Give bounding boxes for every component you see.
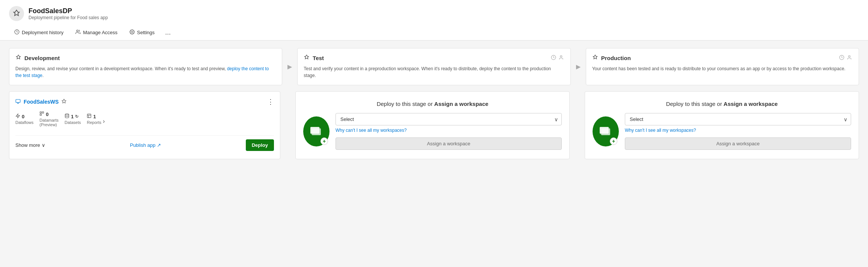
- prod-plus-badge: +: [610, 137, 617, 145]
- test-assign-title: Deploy to this stage or Assign a workspa…: [377, 101, 489, 107]
- prod-assign-workspace-bold: Assign a workspace: [724, 101, 778, 107]
- stage-test: Test Test and verify your content in a p…: [297, 48, 570, 85]
- production-workspace-link[interactable]: Why can't I see all my workspaces?: [625, 128, 851, 133]
- svg-point-1: [77, 30, 78, 32]
- production-assign-controls: Select ∨ Why can't I see all my workspac…: [625, 113, 851, 150]
- production-workspace-select[interactable]: Select: [625, 113, 851, 125]
- svg-point-2: [131, 31, 133, 33]
- stage-development: Development Design, review, and revise y…: [9, 48, 282, 85]
- workspace-name-label: FoodSalesWS: [24, 99, 59, 105]
- reports-label: Reports: [87, 120, 101, 125]
- arrow-dev-to-test: ▶: [282, 48, 297, 85]
- nav-more-label: ...: [165, 29, 171, 36]
- test-assign-controls: Select ∨ Why can't I see all my workspac…: [335, 113, 562, 150]
- stat-dataflows: 0 Dataflows: [15, 113, 33, 125]
- dataflows-label: Dataflows: [15, 120, 33, 125]
- svg-rect-22: [601, 128, 610, 135]
- workspace-development-card: FoodSalesWS ⋮ 0: [9, 91, 280, 159]
- stage-test-desc: Test and verify your content in a prepro…: [304, 65, 564, 79]
- test-history-icon[interactable]: [551, 55, 556, 61]
- workspace-stats-container: 0 Dataflows 0 Datamarts(Preview): [15, 111, 274, 131]
- prod-deploy-text: Deploy: [666, 101, 685, 107]
- datamarts-label: Datamarts(Preview): [39, 118, 59, 127]
- deploy-button[interactable]: Deploy: [246, 139, 274, 151]
- reports-count: 1: [93, 114, 96, 119]
- arrow-right-icon: ▶: [287, 63, 292, 70]
- test-assign-workspace-button[interactable]: Assign a workspace: [335, 137, 562, 150]
- main-content: Development Design, review, and revise y…: [0, 41, 868, 167]
- stage-production-title: Production: [592, 54, 631, 62]
- svg-rect-19: [312, 128, 321, 135]
- stage-production: Production Your content has been tested …: [586, 48, 859, 85]
- stage-development-label: Development: [24, 55, 60, 61]
- nav-settings[interactable]: Settings: [124, 26, 160, 40]
- publish-app-button[interactable]: Publish app ↗: [130, 142, 161, 148]
- stage-development-desc: Design, review, and revise your content …: [15, 65, 276, 79]
- svg-rect-12: [42, 112, 44, 113]
- arrow-test-to-prod-workspace: [570, 91, 585, 159]
- nav-manage-access-label: Manage Access: [83, 30, 117, 35]
- arrow-right-icon-2: ▶: [576, 63, 581, 70]
- workspace-stats: 0 Dataflows 0 Datamarts(Preview): [15, 111, 101, 127]
- datasets-refresh-icon: ↻: [75, 114, 78, 119]
- stage-production-label: Production: [601, 55, 631, 61]
- nav-manage-access[interactable]: Manage Access: [70, 26, 123, 40]
- prod-assign-workspace-label: Assign a workspace: [716, 141, 760, 146]
- test-workspace-link-text: Why can't I see all my workspaces?: [335, 128, 407, 133]
- svg-rect-11: [40, 112, 42, 113]
- production-history-icon[interactable]: [839, 55, 844, 61]
- datamarts-count: 0: [46, 112, 48, 117]
- svg-marker-10: [62, 99, 66, 103]
- workspace-row: FoodSalesWS ⋮ 0: [9, 91, 859, 159]
- arrow-test-to-prod: ▶: [571, 48, 586, 85]
- arrow-workspace-to-test: [280, 91, 295, 159]
- workspace-icon: [15, 99, 21, 105]
- stats-chevron-right[interactable]: ›: [101, 116, 106, 126]
- test-settings-icon[interactable]: [559, 55, 564, 61]
- workspace-kebab-menu[interactable]: ⋮: [267, 98, 274, 106]
- workspace-name[interactable]: FoodSalesWS: [15, 99, 66, 105]
- workspace-favorite-icon[interactable]: [62, 99, 66, 105]
- stage-test-actions: [551, 55, 564, 61]
- workspace-header: FoodSalesWS ⋮: [15, 98, 274, 106]
- stage-test-title: Test: [304, 54, 324, 62]
- app-title-row: FoodSalesDP Deployment pipeline for Food…: [9, 6, 859, 21]
- production-assign-card: Deploy to this stage or Assign a workspa…: [585, 91, 859, 159]
- svg-rect-13: [40, 114, 42, 116]
- nav-deployment-history[interactable]: Deployment history: [9, 26, 69, 40]
- nav-more-menu[interactable]: ...: [161, 26, 175, 39]
- test-deploy-text: Deploy: [377, 101, 396, 107]
- workspace-footer: Show more ∨ Publish app ↗ Deploy: [15, 135, 274, 151]
- show-more-label: Show more: [15, 142, 40, 148]
- stat-reports: 1 Reports: [87, 113, 101, 125]
- nav-bar: Deployment history Manage Access Setting…: [9, 26, 859, 40]
- production-assign-circle: +: [593, 116, 619, 146]
- stage-production-header: Production: [592, 54, 853, 62]
- svg-rect-15: [87, 114, 91, 118]
- test-workspace-link[interactable]: Why can't I see all my workspaces?: [335, 128, 562, 133]
- stage-development-title: Development: [15, 54, 60, 62]
- publish-app-label: Publish app: [130, 142, 155, 148]
- production-assign-workspace-button[interactable]: Assign a workspace: [625, 137, 851, 150]
- datasets-icon: [65, 113, 69, 119]
- stat-reports-value: 1: [87, 113, 96, 119]
- production-stage-icon: [592, 54, 598, 62]
- settings-icon: [129, 29, 135, 36]
- production-assign-title: Deploy to this stage or Assign a workspa…: [666, 101, 778, 107]
- prod-workspace-link-text: Why can't I see all my workspaces?: [625, 128, 696, 133]
- svg-rect-7: [16, 99, 20, 102]
- pipeline-stages-row: Development Design, review, and revise y…: [9, 48, 859, 85]
- stage-production-desc: Your content has been tested and is read…: [592, 65, 853, 72]
- datasets-label: Datasets: [65, 120, 81, 125]
- stat-datamarts: 0 Datamarts(Preview): [39, 111, 59, 127]
- app-title-text: FoodSalesDP Deployment pipeline for Food…: [29, 7, 108, 20]
- test-stage-icon: [304, 54, 310, 62]
- datamarts-icon: [39, 111, 44, 117]
- production-select-wrapper: Select ∨: [625, 113, 851, 125]
- manage-access-icon: [75, 29, 81, 36]
- show-more-button[interactable]: Show more ∨: [15, 142, 45, 148]
- external-link-icon: ↗: [157, 142, 161, 148]
- production-settings-icon[interactable]: [847, 55, 853, 61]
- test-workspace-select[interactable]: Select: [335, 113, 562, 125]
- production-assign-content: + Select ∨ Why can't I see all my worksp…: [593, 113, 851, 150]
